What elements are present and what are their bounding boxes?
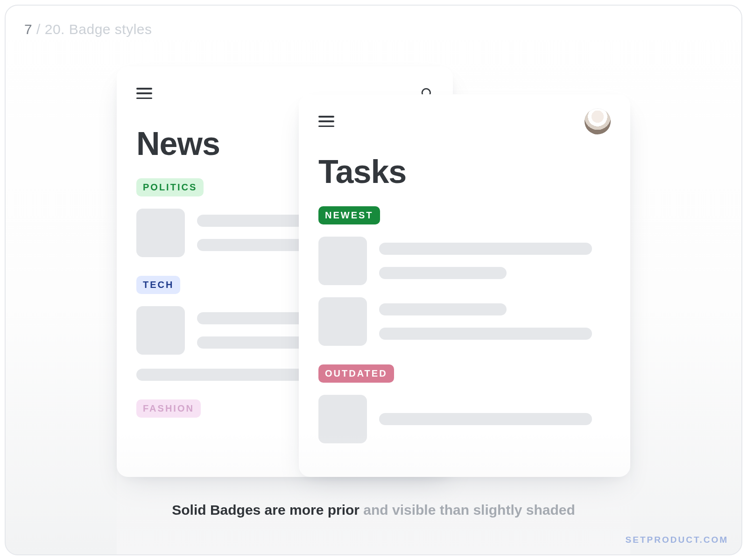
text-placeholder [379, 328, 592, 340]
text-placeholder [136, 369, 315, 381]
avatar[interactable] [585, 108, 611, 134]
menu-icon[interactable] [318, 116, 334, 127]
badge-newest[interactable]: Newest [318, 206, 380, 224]
badge-politics[interactable]: Politics [136, 178, 204, 196]
tasks-section-newest: Newest [318, 206, 611, 346]
breadcrumb-current-page: 7 [24, 21, 32, 37]
menu-icon[interactable] [136, 88, 152, 99]
list-item [318, 237, 611, 285]
caption-rest: and visible than slightly shaded [359, 502, 575, 518]
stage: News Politics Tech [6, 66, 741, 554]
badge-tech[interactable]: Tech [136, 276, 180, 294]
card-tasks-header [318, 112, 611, 131]
thumbnail-placeholder [318, 297, 367, 346]
breadcrumb-separator: / [32, 21, 45, 37]
text-placeholder [379, 413, 592, 425]
cards-wrapper: News Politics Tech [117, 66, 630, 554]
list-item [318, 297, 611, 346]
text-placeholder [379, 243, 592, 255]
thumbnail-placeholder [136, 209, 185, 257]
list-item [318, 395, 611, 443]
text-placeholder [379, 267, 507, 279]
watermark: SETPRODUCT.COM [626, 535, 728, 545]
breadcrumb-title: Badge styles [69, 21, 152, 37]
text-placeholder [379, 303, 507, 315]
thumbnail-placeholder [318, 395, 367, 443]
slide-frame: 7 / 20. Badge styles News [5, 5, 742, 555]
badge-outdated[interactable]: Outdated [318, 364, 394, 383]
thumbnail-placeholder [318, 237, 367, 285]
thumbnail-placeholder [136, 306, 185, 355]
caption: Solid Badges are more prior and visible … [6, 502, 741, 518]
card-tasks-title: Tasks [318, 153, 611, 190]
badge-fashion[interactable]: Fashion [136, 399, 201, 418]
breadcrumb: 7 / 20. Badge styles [24, 21, 152, 37]
caption-strong: Solid Badges are more prior [172, 502, 359, 518]
breadcrumb-total-pages: 20. [45, 21, 65, 37]
tasks-section-outdated: Outdated [318, 364, 611, 443]
card-tasks: Tasks Newest [299, 94, 630, 477]
